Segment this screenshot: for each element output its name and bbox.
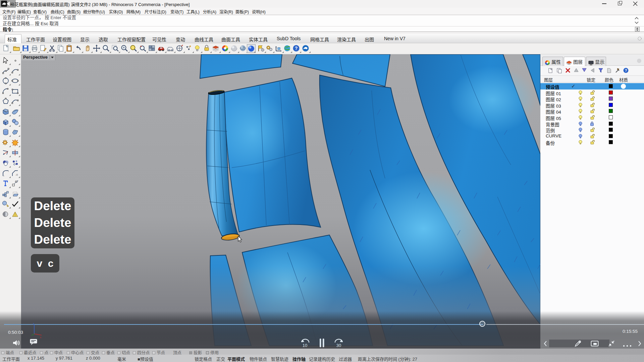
svg-text:30: 30 [336, 343, 341, 348]
svg-text:?: ? [625, 68, 627, 72]
svg-text:x: x [40, 336, 41, 339]
svg-text:10: 10 [303, 343, 307, 348]
svg-text:-0: -0 [15, 173, 18, 176]
svg-text:?: ? [295, 46, 298, 51]
svg-text:z: z [33, 322, 34, 325]
